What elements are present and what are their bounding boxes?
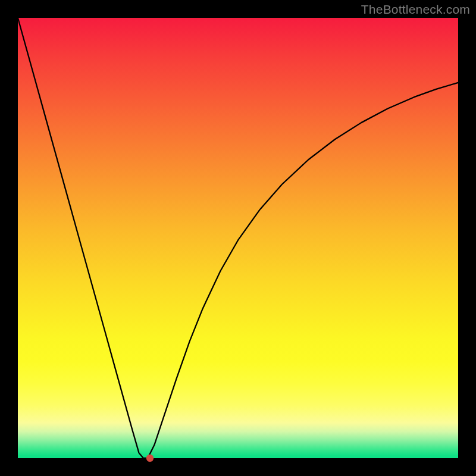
plot-area (18, 18, 458, 458)
chart-frame: TheBottleneck.com (0, 0, 476, 476)
attribution-text: TheBottleneck.com (361, 2, 470, 17)
bottleneck-curve (18, 18, 458, 458)
chart-svg (18, 18, 458, 458)
min-marker (146, 455, 154, 462)
